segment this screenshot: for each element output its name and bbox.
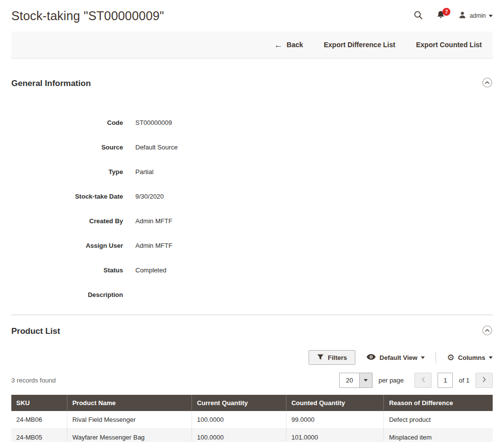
cell-product-name: Rival Field Messenger — [67, 411, 191, 429]
back-label: Back — [286, 41, 303, 49]
cell-current-quantity: 100.0000 — [192, 429, 286, 442]
field-label: Created By — [11, 217, 123, 225]
field-row-description: Description — [11, 282, 493, 307]
chevron-down-icon — [421, 356, 425, 359]
page-header: Stock-taking "ST00000009" 7 — [0, 0, 504, 31]
cell-product-name: Wayfarer Messenger Bag — [67, 429, 191, 442]
action-toolbar: ← Back Export Difference List Export Cou… — [11, 31, 493, 59]
cell-counted-quantity: 99.0000 — [286, 411, 384, 429]
grid-header-row: SKU Product Name Current Quantity Counte… — [11, 395, 493, 411]
chevron-up-circle-icon — [482, 77, 493, 89]
column-header-current-quantity[interactable]: Current Quantity — [192, 395, 286, 411]
export-counted-label: Export Counted List — [416, 41, 482, 49]
notifications-button[interactable]: 7 — [436, 10, 445, 21]
general-information-header: General Information — [11, 59, 493, 89]
collapse-general-information-button[interactable] — [482, 77, 493, 89]
grid-controls: Filters Default View ⚙ Columns — [11, 350, 493, 365]
cell-sku: 24-MB05 — [11, 429, 67, 442]
column-header-product-name[interactable]: Product Name — [67, 395, 191, 411]
filters-label: Filters — [328, 354, 347, 361]
view-selector-button[interactable]: Default View — [366, 354, 425, 362]
columns-label: Columns — [458, 354, 485, 361]
field-label: Code — [11, 119, 123, 126]
export-difference-list-button[interactable]: Export Difference List — [324, 41, 395, 49]
grid-status-row: 3 records found 20 per page of 1 — [11, 373, 493, 388]
field-value: 9/30/2020 — [135, 193, 164, 200]
export-counted-list-button[interactable]: Export Counted List — [416, 41, 482, 49]
field-label: Description — [11, 291, 123, 298]
chevron-left-icon — [421, 377, 426, 384]
per-page-label: per page — [378, 377, 404, 384]
search-icon — [413, 10, 423, 22]
current-page-input[interactable] — [438, 373, 453, 388]
page-title: Stock-taking "ST00000009" — [11, 9, 164, 23]
chevron-up-circle-icon — [482, 325, 493, 337]
select-arrow-cell — [359, 373, 372, 387]
back-button[interactable]: ← Back — [274, 41, 303, 49]
table-row[interactable]: 24-MB06 Rival Field Messenger 100.0000 9… — [11, 411, 493, 429]
field-label: Assign User — [11, 242, 123, 249]
field-label: Type — [11, 168, 123, 176]
cell-counted-quantity: 101.0000 — [286, 429, 384, 442]
per-page-select[interactable]: 20 — [339, 373, 373, 388]
field-value: Completed — [135, 266, 166, 274]
chevron-down-icon — [489, 15, 493, 17]
records-found-text: 3 records found — [11, 377, 56, 384]
per-page-value: 20 — [340, 373, 359, 387]
column-header-reason-of-difference[interactable]: Reason of Difference — [384, 395, 493, 411]
chevron-right-icon — [482, 377, 487, 384]
column-header-sku[interactable]: SKU — [11, 395, 67, 411]
chevron-down-icon — [364, 379, 368, 382]
field-row-status: Status Completed — [11, 258, 493, 282]
eye-icon — [366, 354, 376, 362]
filter-funnel-icon — [317, 354, 324, 362]
field-row-created-by: Created By Admin MFTF — [11, 208, 493, 233]
columns-button[interactable]: ⚙ Columns — [447, 354, 493, 362]
user-icon — [458, 11, 467, 21]
cell-reason: Defect product — [384, 411, 493, 429]
header-actions: 7 admin — [413, 10, 493, 22]
field-label: Stock-take Date — [11, 193, 123, 200]
cell-current-quantity: 100.0000 — [192, 411, 286, 429]
collapse-product-list-button[interactable] — [482, 325, 493, 337]
cell-sku: 24-MB06 — [11, 411, 67, 429]
next-page-button[interactable] — [475, 373, 493, 388]
previous-page-button[interactable] — [414, 373, 432, 388]
search-button[interactable] — [413, 10, 423, 22]
field-row-type: Type Partial — [11, 159, 493, 184]
back-arrow-icon: ← — [274, 41, 283, 49]
product-list-header: Product List — [11, 315, 493, 337]
field-label: Status — [11, 266, 123, 274]
admin-menu[interactable]: admin — [458, 11, 493, 21]
general-information-fields: Code ST00000009 Source Default Source Ty… — [11, 110, 493, 307]
total-pages-label: of 1 — [459, 377, 470, 384]
field-row-stock-take-date: Stock-take Date 9/30/2020 — [11, 184, 493, 208]
column-header-counted-quantity[interactable]: Counted Quantity — [286, 395, 384, 411]
pagination: 20 per page of 1 — [339, 373, 493, 388]
admin-username: admin — [470, 12, 486, 19]
view-selector-label: Default View — [379, 354, 417, 361]
product-list-title: Product List — [11, 326, 60, 336]
field-value: Default Source — [135, 144, 178, 151]
notification-count-badge: 7 — [442, 8, 450, 16]
cell-reason: Misplaced item — [384, 429, 493, 442]
filters-button[interactable]: Filters — [309, 350, 355, 365]
product-grid: SKU Product Name Current Quantity Counte… — [11, 395, 493, 442]
field-label: Source — [11, 144, 123, 151]
field-row-assign-user: Assign User Admin MFTF — [11, 233, 493, 258]
gear-icon: ⚙ — [447, 354, 454, 362]
field-value: Admin MFTF — [135, 242, 172, 249]
field-row-source: Source Default Source — [11, 135, 493, 159]
control-divider — [436, 352, 436, 363]
field-value: Admin MFTF — [135, 217, 172, 225]
chevron-down-icon — [489, 356, 493, 359]
field-value: Partial — [135, 168, 154, 176]
field-row-code: Code ST00000009 — [11, 110, 493, 135]
table-row[interactable]: 24-MB05 Wayfarer Messenger Bag 100.0000 … — [11, 429, 493, 442]
general-information-title: General Information — [11, 79, 91, 88]
export-difference-label: Export Difference List — [324, 41, 395, 49]
field-value: ST00000009 — [135, 119, 172, 126]
